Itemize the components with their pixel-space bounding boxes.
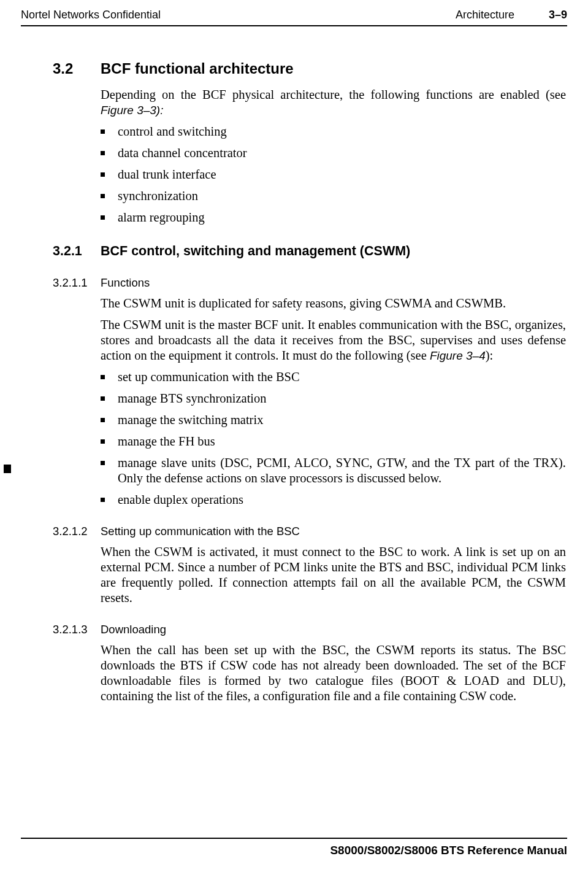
paragraph: When the CSWM is activated, it must conn… [101,544,566,606]
list-item: enable duplex operations [101,492,566,507]
subsubsection-heading: 3.2.1.3 Downloading [53,623,567,636]
subsection-heading: 3.2.1 BCF control, switching and managem… [53,244,567,259]
subsection-number: 3.2.1 [53,244,101,259]
subsubsection-title: Setting up communication with the BSC [101,525,300,538]
list-item: dual trunk interface [101,167,566,182]
subsubsection-number: 3.2.1.3 [53,623,101,636]
footer-rule [21,838,567,839]
page-footer: S8000/S8002/S8006 BTS Reference Manual [21,838,567,857]
section-heading: 3.2 BCF functional architecture [53,60,567,77]
list-item: data channel concentrator [101,145,566,161]
subsubsection-number: 3.2.1.1 [53,276,101,290]
section-bullet-list: control and switching data channel conce… [101,124,566,225]
list-item: manage slave units (DSC, PCMI, ALCO, SYN… [101,455,566,486]
subsection-title: BCF control, switching and management (C… [101,244,410,259]
figure-ref: Figure 3–3): [101,104,163,117]
list-item: set up communication with the BSC [101,369,566,385]
content-area: 3.2 BCF functional architecture Dependin… [21,26,567,704]
page: Nortel Networks Confidential Architectur… [0,0,588,872]
paragraph: When the call has been set up with the B… [101,642,566,704]
section-title: BCF functional architecture [101,60,294,77]
list-item: synchronization [101,188,566,204]
list-item: manage the FH bus [101,434,566,449]
paragraph: The CSWM unit is the master BCF unit. It… [101,317,566,363]
subsubsection-heading: 3.2.1.1 Functions [53,276,567,290]
header-page-number: 3–9 [549,9,567,21]
subsubsection-title: Downloading [101,623,166,636]
paragraph: The CSWM unit is duplicated for safety r… [101,296,566,311]
footer-manual-title: S8000/S8002/S8006 BTS Reference Manual [21,844,567,857]
subsubsection-heading: 3.2.1.2 Setting up communication with th… [53,525,567,538]
change-bar-icon [4,465,11,473]
header-confidential: Nortel Networks Confidential [21,9,161,21]
list-item: control and switching [101,124,566,139]
figure-ref: Figure 3–4 [430,349,486,362]
list-item: manage BTS synchronization [101,391,566,406]
list-item: alarm regrouping [101,210,566,225]
header-section-name: Architecture [456,9,514,21]
section-number: 3.2 [53,60,101,77]
section-intro: Depending on the BCF physical architectu… [101,87,566,118]
subsubsection-number: 3.2.1.2 [53,525,101,538]
list-item: manage the switching matrix [101,412,566,428]
page-header: Nortel Networks Confidential Architectur… [21,9,567,25]
subsubsection-title: Functions [101,276,150,290]
subsection-bullet-list: set up communication with the BSC manage… [101,369,566,507]
